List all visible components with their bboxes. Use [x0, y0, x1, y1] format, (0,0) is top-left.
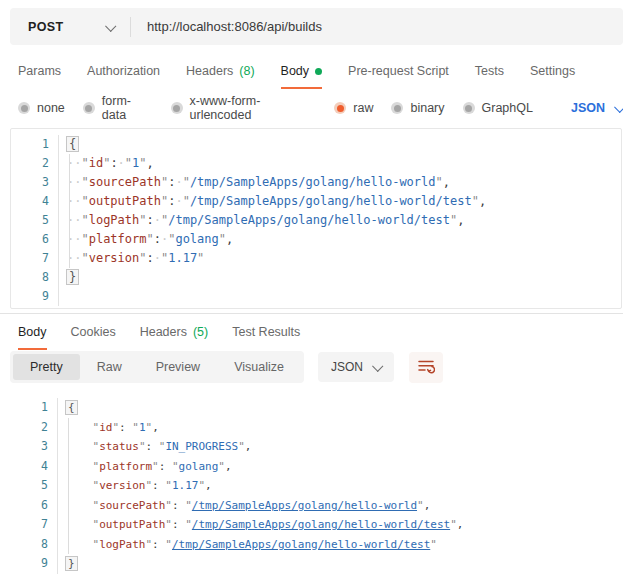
tab-body[interactable]: Body [281, 57, 323, 89]
tab-label: Settings [530, 64, 575, 78]
line-number: 1 [11, 135, 59, 154]
code-line: 6··"platform":·"golang", [11, 230, 621, 249]
tab-label: Tests [475, 64, 504, 78]
line-number: 2 [11, 154, 59, 173]
body-mode-binary[interactable]: binary [391, 101, 444, 115]
code-content: } [59, 268, 79, 287]
url-bar: POST http://localhost:8086/api/builds [10, 8, 623, 45]
url-input[interactable]: http://localhost:8086/api/builds [147, 19, 322, 34]
code-line: 5··"logPath":·"/tmp/SampleApps/golang/he… [11, 211, 621, 230]
line-number: 4 [10, 457, 58, 477]
path-link[interactable]: /tmp/SampleApps/golang/hello-world/test [192, 518, 450, 531]
mode-label: none [37, 101, 65, 115]
wrap-format-button[interactable] [409, 352, 443, 383]
body-mode-none[interactable]: none [18, 101, 65, 115]
code-line: 7 "outputPath": "/tmp/SampleApps/golang/… [10, 515, 622, 535]
code-line: 9} [10, 554, 622, 574]
tab-label: Headers [186, 64, 233, 78]
resp-tab-body[interactable]: Body [18, 318, 47, 350]
code-line: 9 [11, 287, 621, 306]
code-content: "status": "IN_PROGRESS", [58, 437, 251, 457]
tab-label: Params [18, 64, 61, 78]
response-body-viewer: 1{2 "id": "1",3 "status": "IN_PROGRESS",… [10, 392, 622, 578]
radio-icon [171, 102, 183, 114]
line-number: 3 [10, 437, 58, 457]
body-mode-form-data[interactable]: form-data [83, 94, 153, 122]
body-mode-x-www-form-urlencoded[interactable]: x-www-form-urlencoded [171, 94, 317, 122]
view-raw[interactable]: Raw [80, 354, 139, 380]
resp-tab-cookies[interactable]: Cookies [71, 318, 116, 350]
code-content: "id": "1", [58, 418, 159, 438]
code-content: { [59, 135, 79, 154]
code-content: } [58, 554, 78, 574]
line-number: 9 [11, 287, 59, 306]
code-line: 4··"outputPath":·"/tmp/SampleApps/golang… [11, 192, 621, 211]
tab-headers[interactable]: Headers(8) [186, 57, 255, 89]
line-number: 6 [11, 230, 59, 249]
resp-tab-test-results[interactable]: Test Results [232, 318, 300, 350]
code-line: 8 "logPath": "/tmp/SampleApps/golang/hel… [10, 535, 622, 555]
code-content: "outputPath": "/tmp/SampleApps/golang/he… [58, 515, 463, 535]
code-line: 4 "platform": "golang", [10, 457, 622, 477]
resp-tab-headers[interactable]: Headers(5) [140, 318, 209, 350]
code-line: 2 "id": "1", [10, 418, 622, 438]
code-line: 3··"sourcePath":·"/tmp/SampleApps/golang… [11, 173, 621, 192]
indent-guide [69, 154, 70, 268]
tab-label: Headers [140, 325, 187, 339]
code-content: { [58, 398, 78, 418]
mode-label: GraphQL [482, 101, 533, 115]
request-language-label: JSON [571, 101, 605, 115]
tab-count-badge: (5) [193, 325, 208, 339]
line-number: 4 [11, 192, 59, 211]
tab-params[interactable]: Params [18, 57, 61, 89]
line-number: 2 [10, 418, 58, 438]
request-language-selector[interactable]: JSON [571, 101, 623, 115]
mode-label: x-www-form-urlencoded [190, 94, 317, 122]
view-preview[interactable]: Preview [139, 354, 217, 380]
tab-settings[interactable]: Settings [530, 57, 575, 89]
radio-icon [391, 102, 403, 114]
tab-tests[interactable]: Tests [475, 57, 504, 89]
line-number: 7 [11, 249, 59, 268]
path-link[interactable]: /tmp/SampleApps/golang/hello-world [192, 499, 417, 512]
code-content: "platform": "golang", [58, 457, 232, 477]
line-number: 8 [11, 268, 59, 287]
view-pretty[interactable]: Pretty [13, 354, 80, 380]
chevron-down-icon [372, 361, 383, 372]
tab-authorization[interactable]: Authorization [87, 57, 160, 89]
method-selector[interactable]: POST [10, 20, 124, 34]
tab-pre-request-script[interactable]: Pre-request Script [348, 57, 449, 89]
code-content: ··"logPath":·"/tmp/SampleApps/golang/hel… [59, 211, 464, 230]
path-link[interactable]: /tmp/SampleApps/golang/hello-world/test [172, 538, 430, 551]
request-tabs: ParamsAuthorizationHeaders(8)BodyPre-req… [18, 57, 575, 89]
code-content: ··"version":·"1.17" [59, 249, 204, 268]
view-visualize[interactable]: Visualize [217, 354, 301, 380]
code-line: 1{ [10, 398, 622, 418]
mode-label: form-data [102, 94, 153, 122]
code-content: "sourcePath": "/tmp/SampleApps/golang/he… [58, 496, 430, 516]
body-mode-raw[interactable]: raw [334, 101, 373, 115]
mode-label: binary [410, 101, 444, 115]
code-content [59, 287, 67, 306]
radio-icon [83, 102, 95, 114]
body-mode-graphql[interactable]: GraphQL [463, 101, 533, 115]
radio-icon [463, 102, 475, 114]
code-line: 3 "status": "IN_PROGRESS", [10, 437, 622, 457]
response-language-label: JSON [331, 360, 363, 374]
tab-label: Test Results [232, 325, 300, 339]
indent-guide [68, 418, 69, 555]
section-divider [0, 313, 623, 314]
line-number: 6 [10, 496, 58, 516]
request-body-editor[interactable]: 1{2··"id":·"1",3··"sourcePath":·"/tmp/Sa… [10, 128, 622, 309]
tab-label: Cookies [71, 325, 116, 339]
response-language-selector[interactable]: JSON [318, 352, 394, 382]
wrap-lines-icon [417, 359, 435, 374]
body-filled-dot-icon [315, 68, 322, 75]
method-label: POST [28, 20, 64, 34]
tab-label: Body [281, 64, 310, 78]
line-number: 1 [10, 398, 58, 418]
line-number: 8 [10, 535, 58, 555]
code-line: 2··"id":·"1", [11, 154, 621, 173]
code-content: ··"id":·"1", [59, 154, 154, 173]
tab-label: Authorization [87, 64, 160, 78]
